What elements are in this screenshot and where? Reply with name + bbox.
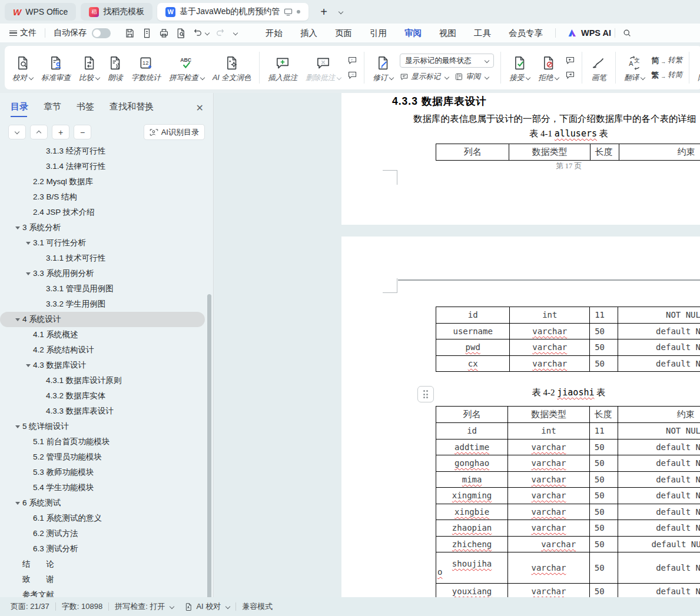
close-sidebar-icon[interactable]: ✕: [196, 102, 204, 114]
toc-expand-arrow-icon[interactable]: [24, 181, 33, 184]
table-cell[interactable]: NOT NULL: [618, 423, 700, 439]
table-cell[interactable]: pwd: [436, 339, 510, 356]
redo-button[interactable]: [212, 26, 228, 40]
table-cell[interactable]: varchar: [508, 471, 590, 488]
track-changes-button[interactable]: 修订: [369, 52, 397, 84]
toc-expand-arrow-icon[interactable]: [24, 272, 33, 275]
previous-comment-icon[interactable]: [347, 55, 357, 65]
to-traditional-button[interactable]: 简→ 转繁: [651, 55, 682, 66]
table-cell[interactable]: NOT NULL: [618, 307, 700, 324]
table-cell[interactable]: shoujihao: [436, 552, 508, 584]
toc-item[interactable]: 3.3.1 管理员用例图: [0, 281, 213, 297]
panel-tab-find-replace[interactable]: 查找和替换: [110, 101, 154, 117]
panel-tab-chapters[interactable]: 章节: [44, 101, 61, 117]
autosave-control[interactable]: 自动保存: [49, 28, 115, 38]
toc-item[interactable]: 4 系统设计: [0, 312, 205, 327]
toc-expand-arrow-icon[interactable]: [37, 410, 46, 413]
table-header-cell[interactable]: 数据类型: [509, 144, 590, 161]
table-cell[interactable]: addtime: [436, 439, 508, 455]
tab-list-chevron-icon[interactable]: [334, 4, 345, 19]
zoom-out-outline-button[interactable]: −: [74, 125, 91, 139]
table-cell[interactable]: varchar: [508, 536, 590, 552]
table-cell[interactable]: 11: [590, 307, 618, 324]
next-comment-icon[interactable]: [347, 70, 357, 80]
document-page-18[interactable]: idint11NOT NULLusernamevarchar50default …: [341, 237, 700, 597]
table-cell[interactable]: 50: [589, 488, 618, 504]
table-cell[interactable]: 50: [590, 323, 618, 339]
table-cell[interactable]: 50: [590, 355, 618, 372]
toc-item[interactable]: 6.2 测试方法: [0, 526, 213, 541]
table-cell[interactable]: mima: [436, 471, 508, 488]
table-cell[interactable]: varchar: [508, 552, 590, 584]
toc-expand-arrow-icon[interactable]: [24, 211, 33, 214]
word-count-indicator[interactable]: 字数: 10898: [62, 601, 102, 612]
table-cell[interactable]: xingming: [436, 488, 508, 504]
table-cell[interactable]: zhicheng: [436, 536, 508, 552]
table-header-cell[interactable]: 列名: [436, 144, 509, 161]
toc-expand-arrow-icon[interactable]: [24, 364, 33, 367]
new-tab-button[interactable]: +: [317, 5, 331, 19]
toc-item[interactable]: 4.3.2 数据库实体: [0, 388, 213, 404]
toc-item[interactable]: 3.1 可行性分析: [0, 235, 213, 251]
print-preview-button[interactable]: [172, 26, 190, 41]
quickbar-chevron-icon[interactable]: [228, 29, 240, 36]
toc-expand-arrow-icon[interactable]: [37, 257, 46, 260]
table-cell[interactable]: default NULL: [618, 520, 700, 537]
table-header-cell[interactable]: 约束: [619, 144, 700, 161]
next-change-icon[interactable]: [565, 70, 575, 80]
table-cell[interactable]: varchar: [508, 584, 590, 598]
toc-item[interactable]: 3.1.4 法律可行性: [0, 159, 213, 174]
table-cell[interactable]: xingbie: [436, 504, 508, 520]
toc-expand-arrow-icon[interactable]: [13, 425, 22, 428]
toc-expand-arrow-icon[interactable]: [24, 471, 33, 474]
allusers-table-header[interactable]: 列名数据类型长度约束: [436, 144, 700, 161]
insert-comment-button[interactable]: 插入批注: [264, 52, 301, 84]
delete-comment-button[interactable]: 删除批注: [301, 52, 345, 84]
table-cell[interactable]: varchar: [510, 339, 590, 356]
toc-expand-arrow-icon[interactable]: [13, 594, 22, 597]
table-cell[interactable]: 50: [589, 455, 618, 472]
toc-expand-arrow-icon[interactable]: [37, 150, 46, 153]
toc-item[interactable]: 5.4 学生功能模块: [0, 480, 213, 495]
ai-recognize-toc-button[interactable]: AI识别目录: [144, 124, 205, 140]
panel-tab-bookmarks[interactable]: 书签: [77, 101, 94, 117]
to-simplified-button[interactable]: 繁→ 转简: [651, 70, 682, 81]
reject-button[interactable]: 拒绝: [534, 52, 563, 84]
sidebar-scrollbar[interactable]: [207, 294, 211, 600]
table-cell[interactable]: id: [436, 307, 510, 324]
toc-expand-arrow-icon[interactable]: [37, 288, 46, 291]
table-cell[interactable]: 50: [589, 520, 618, 537]
table-cell[interactable]: default NULL: [618, 584, 700, 598]
ai-polish-button[interactable]: AI 全文润色: [208, 52, 255, 84]
table-cell[interactable]: varchar: [508, 504, 590, 520]
tab-docer-templates[interactable]: 稻 找稻壳模板: [81, 3, 152, 21]
toc-expand-arrow-icon[interactable]: [24, 242, 33, 245]
toc-expand-arrow-icon[interactable]: [24, 487, 33, 490]
read-aloud-button[interactable]: 朗读: [104, 52, 127, 84]
tab-current-document[interactable]: W 基于JavaWeb的机房预约管理: [157, 3, 308, 21]
table-header-cell[interactable]: 列名: [436, 407, 508, 423]
tab-tools[interactable]: 工具: [465, 24, 500, 42]
toc-item[interactable]: 4.2 系统结构设计: [0, 342, 213, 358]
toc-item[interactable]: 3 系统分析: [0, 220, 213, 235]
toc-item[interactable]: 4.3 数据库设计: [0, 358, 213, 373]
table-header-cell[interactable]: 约束: [618, 407, 700, 423]
table-header-cell[interactable]: 长度: [589, 407, 618, 423]
toc-item[interactable]: 5.1 前台首页功能模块: [0, 434, 213, 449]
table-cell[interactable]: varchar: [508, 455, 590, 472]
table-cell[interactable]: zhaopian: [436, 520, 508, 537]
ink-brush-button[interactable]: 画笔: [586, 52, 611, 84]
table-cell[interactable]: id: [436, 423, 508, 439]
table-cell[interactable]: default NULL: [618, 439, 700, 455]
table-cell[interactable]: gonghao: [436, 455, 508, 472]
toc-item[interactable]: 2.3 B/S 结构: [0, 189, 213, 205]
translate-button[interactable]: A文 翻译: [620, 52, 649, 84]
jiaoshi-table[interactable]: 列名数据类型长度约束idint11NOT NULLaddtimevarchar5…: [436, 406, 700, 597]
tab-reference[interactable]: 引用: [361, 24, 396, 42]
toc-expand-arrow-icon[interactable]: [24, 349, 33, 352]
toc-item[interactable]: 5.2 管理员功能模块: [0, 449, 213, 465]
toc-item[interactable]: 5 统详细设计: [0, 419, 213, 434]
toc-item[interactable]: 结 论: [0, 557, 213, 572]
table-cell[interactable]: int: [508, 423, 590, 439]
toc-expand-arrow-icon[interactable]: [13, 502, 22, 505]
